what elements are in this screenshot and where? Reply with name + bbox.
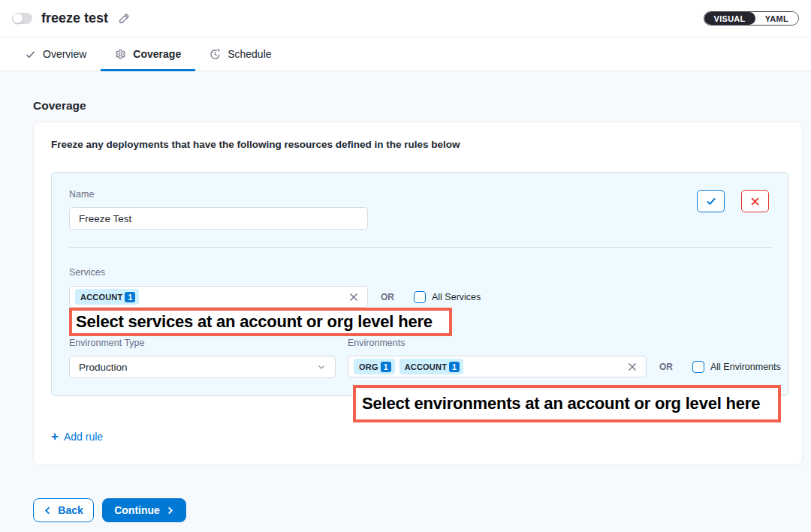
tab-coverage-label: Coverage <box>133 48 181 60</box>
footer-actions: Back Continue <box>33 498 803 522</box>
tag-count-badge: 1 <box>449 362 460 372</box>
tab-schedule-label: Schedule <box>228 48 271 60</box>
tag-count-badge: 1 <box>381 362 391 372</box>
tab-schedule[interactable]: Schedule <box>195 38 285 71</box>
back-label: Back <box>58 504 83 516</box>
services-label: Services <box>69 267 773 278</box>
visual-mode-button[interactable]: VISUAL <box>704 12 755 25</box>
delete-rule-button[interactable] <box>741 190 769 212</box>
name-input[interactable]: Freeze Test <box>69 207 368 230</box>
yaml-mode-button[interactable]: YAML <box>755 12 798 25</box>
services-or-text: OR <box>381 292 394 302</box>
environment-type-label: Environment Type <box>69 338 336 349</box>
name-label: Name <box>69 189 368 200</box>
environment-type-select[interactable]: Production <box>69 356 336 378</box>
environment-tag-org[interactable]: ORG 1 <box>354 359 395 374</box>
tab-bar: Overview Coverage Schedule <box>0 38 811 71</box>
continue-label: Continue <box>114 504 160 516</box>
chevron-down-icon <box>317 362 326 371</box>
add-rule-button[interactable]: + Add rule <box>51 430 103 443</box>
environment-tag-account[interactable]: ACCOUNT 1 <box>399 359 463 374</box>
plus-icon: + <box>51 430 59 443</box>
schedule-clock-icon <box>210 49 221 60</box>
gear-icon <box>115 49 126 60</box>
environments-or-text: OR <box>659 362 673 372</box>
edit-title-icon[interactable] <box>118 13 130 25</box>
back-button[interactable]: Back <box>33 498 94 522</box>
tag-label: ACCOUNT <box>80 293 122 302</box>
visual-yaml-toggle[interactable]: VISUAL YAML <box>704 11 800 26</box>
confirm-rule-button[interactable] <box>697 190 725 212</box>
clear-services-icon[interactable] <box>349 293 358 302</box>
intro-text: Freeze any deployments that have the fol… <box>51 139 786 150</box>
service-tag-account[interactable]: ACCOUNT 1 <box>75 289 139 305</box>
all-environments-checkbox[interactable] <box>692 361 704 373</box>
services-input[interactable]: ACCOUNT 1 <box>69 286 368 308</box>
check-icon <box>25 49 36 60</box>
header: freeze test VISUAL YAML <box>0 0 811 38</box>
page-title: freeze test <box>41 11 108 26</box>
add-rule-label: Add rule <box>64 431 103 443</box>
tag-label: ORG <box>359 362 378 371</box>
coverage-page: Coverage Freeze any deployments that hav… <box>0 71 811 532</box>
name-value: Freeze Test <box>79 213 131 224</box>
annotation-environments: Select environments at an account or org… <box>353 385 781 422</box>
tab-overview-label: Overview <box>43 48 86 60</box>
tag-label: ACCOUNT <box>405 362 447 371</box>
environments-input[interactable]: ORG 1 ACCOUNT 1 <box>348 356 647 377</box>
all-environments-label: All Environments <box>710 362 781 372</box>
all-services-checkbox[interactable] <box>414 291 426 303</box>
tab-overview[interactable]: Overview <box>11 38 101 71</box>
tab-coverage[interactable]: Coverage <box>101 38 195 71</box>
all-services-label: All Services <box>432 292 481 302</box>
clear-environments-icon[interactable] <box>628 362 637 371</box>
continue-button[interactable]: Continue <box>102 498 186 522</box>
annotation-services: Select services at an account or org lev… <box>69 308 452 336</box>
environment-type-value: Production <box>79 362 128 373</box>
coverage-card: Freeze any deployments that have the fol… <box>33 122 803 465</box>
freeze-enable-toggle[interactable] <box>12 13 32 24</box>
divider <box>69 247 773 248</box>
section-heading: Coverage <box>33 99 803 113</box>
environments-label: Environments <box>348 338 781 349</box>
tag-count-badge: 1 <box>125 292 135 302</box>
rule-panel: Name Freeze Test Services ACCOUN <box>51 172 788 396</box>
